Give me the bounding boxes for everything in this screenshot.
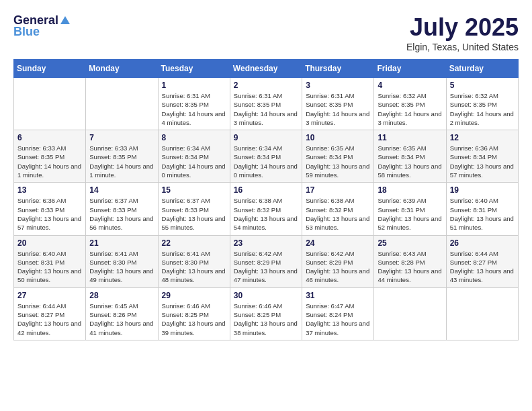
day-number: 8 [162, 133, 226, 142]
day-info: Sunrise: 6:36 AMSunset: 8:33 PMDaylight:… [17, 196, 82, 232]
subtitle: Elgin, Texas, United States [406, 42, 519, 52]
day-number: 12 [450, 133, 515, 142]
calendar-cell [374, 287, 446, 340]
day-number: 3 [306, 81, 370, 90]
calendar-cell: 15Sunrise: 6:37 AMSunset: 8:33 PMDayligh… [158, 183, 230, 235]
header-thursday: Thursday [302, 60, 374, 78]
logo: General Blue [13, 13, 71, 39]
day-number: 15 [162, 185, 226, 195]
calendar-cell: 20Sunrise: 6:40 AMSunset: 8:31 PMDayligh… [14, 235, 86, 287]
day-number: 31 [306, 291, 370, 300]
calendar-cell [86, 78, 158, 130]
day-number: 27 [17, 291, 82, 300]
day-info: Sunrise: 6:42 AMSunset: 8:29 PMDaylight:… [234, 249, 298, 285]
calendar-cell: 24Sunrise: 6:42 AMSunset: 8:29 PMDayligh… [302, 235, 374, 287]
day-number: 19 [450, 185, 515, 195]
calendar-week-2: 13Sunrise: 6:36 AMSunset: 8:33 PMDayligh… [14, 183, 519, 235]
day-number: 1 [162, 81, 226, 90]
day-number: 14 [89, 185, 154, 195]
calendar-cell: 8Sunrise: 6:34 AMSunset: 8:34 PMDaylight… [158, 130, 230, 183]
day-number: 30 [234, 291, 298, 300]
day-info: Sunrise: 6:47 AMSunset: 8:24 PMDaylight:… [306, 302, 370, 337]
day-info: Sunrise: 6:32 AMSunset: 8:35 PMDaylight:… [450, 91, 515, 127]
day-number: 13 [17, 185, 82, 195]
day-info: Sunrise: 6:37 AMSunset: 8:33 PMDaylight:… [162, 196, 226, 232]
calendar-cell: 18Sunrise: 6:39 AMSunset: 8:31 PMDayligh… [374, 183, 446, 235]
day-info: Sunrise: 6:44 AMSunset: 8:27 PMDaylight:… [17, 302, 82, 337]
day-info: Sunrise: 6:35 AMSunset: 8:34 PMDaylight:… [306, 144, 370, 179]
calendar-cell: 16Sunrise: 6:38 AMSunset: 8:32 PMDayligh… [230, 183, 302, 235]
calendar-cell: 22Sunrise: 6:41 AMSunset: 8:30 PMDayligh… [158, 235, 230, 287]
day-info: Sunrise: 6:35 AMSunset: 8:34 PMDaylight:… [378, 144, 442, 179]
day-info: Sunrise: 6:46 AMSunset: 8:25 PMDaylight:… [162, 302, 226, 337]
day-number: 23 [234, 238, 298, 248]
day-info: Sunrise: 6:39 AMSunset: 8:31 PMDaylight:… [378, 196, 442, 232]
day-info: Sunrise: 6:33 AMSunset: 8:35 PMDaylight:… [17, 144, 82, 179]
day-info: Sunrise: 6:40 AMSunset: 8:31 PMDaylight:… [450, 196, 515, 232]
day-number: 6 [17, 133, 82, 142]
header-sunday: Sunday [14, 60, 86, 78]
calendar-cell [14, 78, 86, 130]
calendar-cell: 28Sunrise: 6:45 AMSunset: 8:26 PMDayligh… [86, 287, 158, 340]
calendar-cell: 31Sunrise: 6:47 AMSunset: 8:24 PMDayligh… [302, 287, 374, 340]
calendar-cell: 1Sunrise: 6:31 AMSunset: 8:35 PMDaylight… [158, 78, 230, 130]
day-info: Sunrise: 6:38 AMSunset: 8:32 PMDaylight:… [306, 196, 370, 232]
day-info: Sunrise: 6:36 AMSunset: 8:34 PMDaylight:… [450, 144, 515, 179]
day-number: 9 [234, 133, 298, 142]
day-info: Sunrise: 6:41 AMSunset: 8:30 PMDaylight:… [89, 249, 154, 285]
calendar-week-1: 6Sunrise: 6:33 AMSunset: 8:35 PMDaylight… [14, 130, 519, 183]
calendar-week-0: 1Sunrise: 6:31 AMSunset: 8:35 PMDaylight… [14, 78, 519, 130]
day-number: 25 [378, 238, 442, 248]
calendar-cell: 4Sunrise: 6:32 AMSunset: 8:35 PMDaylight… [374, 78, 446, 130]
day-number: 5 [450, 81, 515, 90]
day-number: 28 [89, 291, 154, 300]
logo-blue: Blue [13, 25, 40, 39]
calendar-header-row: Sunday Monday Tuesday Wednesday Thursday… [14, 60, 519, 78]
day-number: 22 [162, 238, 226, 248]
day-number: 4 [378, 81, 442, 90]
day-number: 16 [234, 185, 298, 195]
calendar-cell: 7Sunrise: 6:33 AMSunset: 8:35 PMDaylight… [86, 130, 158, 183]
calendar-cell: 17Sunrise: 6:38 AMSunset: 8:32 PMDayligh… [302, 183, 374, 235]
day-number: 26 [450, 238, 515, 248]
day-info: Sunrise: 6:31 AMSunset: 8:35 PMDaylight:… [162, 91, 226, 127]
day-info: Sunrise: 6:33 AMSunset: 8:35 PMDaylight:… [89, 144, 154, 179]
logo-icon [59, 15, 71, 27]
day-info: Sunrise: 6:41 AMSunset: 8:30 PMDaylight:… [162, 249, 226, 285]
header-wednesday: Wednesday [230, 60, 302, 78]
calendar-cell: 26Sunrise: 6:44 AMSunset: 8:27 PMDayligh… [446, 235, 518, 287]
day-number: 10 [306, 133, 370, 142]
day-number: 21 [89, 238, 154, 248]
header-friday: Friday [374, 60, 446, 78]
day-info: Sunrise: 6:31 AMSunset: 8:35 PMDaylight:… [306, 91, 370, 127]
svg-marker-0 [60, 16, 70, 24]
header-monday: Monday [86, 60, 158, 78]
day-info: Sunrise: 6:31 AMSunset: 8:35 PMDaylight:… [234, 91, 298, 127]
day-info: Sunrise: 6:42 AMSunset: 8:29 PMDaylight:… [306, 249, 370, 285]
day-number: 20 [17, 238, 82, 248]
calendar-cell: 23Sunrise: 6:42 AMSunset: 8:29 PMDayligh… [230, 235, 302, 287]
calendar-cell: 11Sunrise: 6:35 AMSunset: 8:34 PMDayligh… [374, 130, 446, 183]
calendar-week-4: 27Sunrise: 6:44 AMSunset: 8:27 PMDayligh… [14, 287, 519, 340]
day-number: 29 [162, 291, 226, 300]
day-info: Sunrise: 6:44 AMSunset: 8:27 PMDaylight:… [450, 249, 515, 285]
page-header: General Blue July 2025 Elgin, Texas, Uni… [13, 13, 519, 52]
day-number: 24 [306, 238, 370, 248]
calendar-cell: 25Sunrise: 6:43 AMSunset: 8:28 PMDayligh… [374, 235, 446, 287]
calendar-cell: 9Sunrise: 6:34 AMSunset: 8:34 PMDaylight… [230, 130, 302, 183]
calendar-cell: 10Sunrise: 6:35 AMSunset: 8:34 PMDayligh… [302, 130, 374, 183]
title-area: July 2025 Elgin, Texas, United States [406, 13, 519, 52]
calendar-table: Sunday Monday Tuesday Wednesday Thursday… [13, 59, 519, 340]
day-info: Sunrise: 6:43 AMSunset: 8:28 PMDaylight:… [378, 249, 442, 285]
day-number: 18 [378, 185, 442, 195]
calendar-cell: 19Sunrise: 6:40 AMSunset: 8:31 PMDayligh… [446, 183, 518, 235]
main-title: July 2025 [406, 13, 519, 42]
day-info: Sunrise: 6:46 AMSunset: 8:25 PMDaylight:… [234, 302, 298, 337]
calendar-cell: 27Sunrise: 6:44 AMSunset: 8:27 PMDayligh… [14, 287, 86, 340]
calendar-cell [446, 287, 518, 340]
calendar-cell: 30Sunrise: 6:46 AMSunset: 8:25 PMDayligh… [230, 287, 302, 340]
day-info: Sunrise: 6:34 AMSunset: 8:34 PMDaylight:… [162, 144, 226, 179]
header-tuesday: Tuesday [158, 60, 230, 78]
calendar-week-3: 20Sunrise: 6:40 AMSunset: 8:31 PMDayligh… [14, 235, 519, 287]
day-info: Sunrise: 6:40 AMSunset: 8:31 PMDaylight:… [17, 249, 82, 285]
